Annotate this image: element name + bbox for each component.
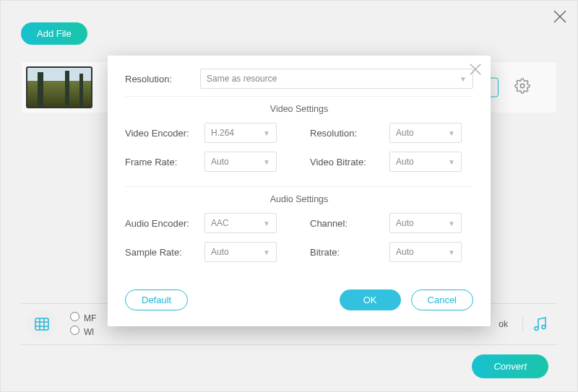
chevron-down-icon: ▼ [263, 248, 270, 256]
video-encoder-label: Video Encoder: [125, 128, 204, 139]
window-close-icon[interactable] [553, 6, 567, 29]
chevron-down-icon: ▼ [448, 129, 455, 137]
chevron-down-icon: ▼ [263, 219, 270, 227]
svg-point-9 [542, 326, 545, 329]
channel-select[interactable]: Auto▼ [389, 213, 462, 233]
audio-encoder-value: AAC [211, 218, 229, 228]
format-option-2-label: Wl [84, 327, 94, 337]
format-radio-group: MF Wl [70, 310, 96, 339]
format-radio-2[interactable] [70, 326, 79, 335]
default-button[interactable]: Default [125, 289, 188, 310]
sample-rate-value: Auto [211, 247, 229, 257]
convert-button[interactable]: Convert [472, 354, 548, 378]
video-resolution-value: Auto [396, 128, 414, 138]
settings-dialog: Resolution: Same as resource ▼ Video Set… [108, 56, 491, 326]
video-bitrate-select[interactable]: Auto▼ [389, 152, 462, 172]
format-suffix-label: ok [499, 319, 508, 329]
chevron-down-icon: ▼ [460, 75, 467, 83]
audio-encoder-select[interactable]: AAC▼ [204, 213, 277, 233]
format-radio-1[interactable] [70, 312, 79, 321]
format-option-2[interactable]: Wl [70, 326, 96, 337]
video-encoder-select[interactable]: H.264▼ [204, 123, 277, 143]
video-category-icon[interactable] [27, 309, 57, 339]
audio-encoder-label: Audio Encoder: [125, 218, 204, 229]
audio-bitrate-select[interactable]: Auto▼ [389, 242, 462, 262]
chevron-down-icon: ▼ [448, 158, 455, 166]
chevron-down-icon: ▼ [448, 219, 455, 227]
dialog-close-icon[interactable] [469, 61, 482, 80]
ok-button[interactable]: OK [340, 289, 401, 310]
channel-value: Auto [396, 218, 414, 228]
frame-rate-value: Auto [211, 157, 229, 167]
video-resolution-label: Resolution: [310, 128, 389, 139]
video-resolution-select[interactable]: Auto▼ [389, 123, 462, 143]
svg-rect-3 [35, 318, 48, 330]
resolution-label: Resolution: [125, 74, 200, 84]
add-file-button[interactable]: Add File [21, 22, 87, 45]
channel-label: Channel: [310, 218, 389, 229]
video-thumbnail[interactable] [26, 66, 92, 108]
svg-point-8 [535, 327, 538, 331]
audio-bitrate-value: Auto [396, 247, 414, 257]
video-bitrate-label: Video Bitrate: [310, 157, 389, 167]
chevron-down-icon: ▼ [448, 248, 455, 256]
chevron-down-icon: ▼ [263, 158, 270, 166]
sample-rate-label: Sample Rate: [125, 247, 204, 258]
chevron-down-icon: ▼ [263, 129, 270, 137]
video-bitrate-value: Auto [396, 157, 414, 167]
audio-category-icon[interactable] [522, 315, 557, 333]
svg-point-2 [520, 84, 525, 88]
frame-rate-label: Frame Rate: [125, 157, 204, 167]
format-option-1-label: MF [84, 313, 96, 323]
format-option-1[interactable]: MF [70, 312, 96, 323]
resolution-value: Same as resource [207, 74, 277, 84]
audio-settings-heading: Audio Settings [125, 186, 473, 204]
frame-rate-select[interactable]: Auto▼ [204, 152, 277, 172]
resolution-select[interactable]: Same as resource ▼ [200, 69, 473, 89]
video-settings-heading: Video Settings [125, 96, 473, 114]
cancel-button[interactable]: Cancel [411, 289, 473, 310]
video-encoder-value: H.264 [211, 128, 234, 138]
settings-gear-icon[interactable] [514, 78, 530, 97]
audio-bitrate-label: Bitrate: [310, 247, 389, 258]
sample-rate-select[interactable]: Auto▼ [204, 242, 277, 262]
